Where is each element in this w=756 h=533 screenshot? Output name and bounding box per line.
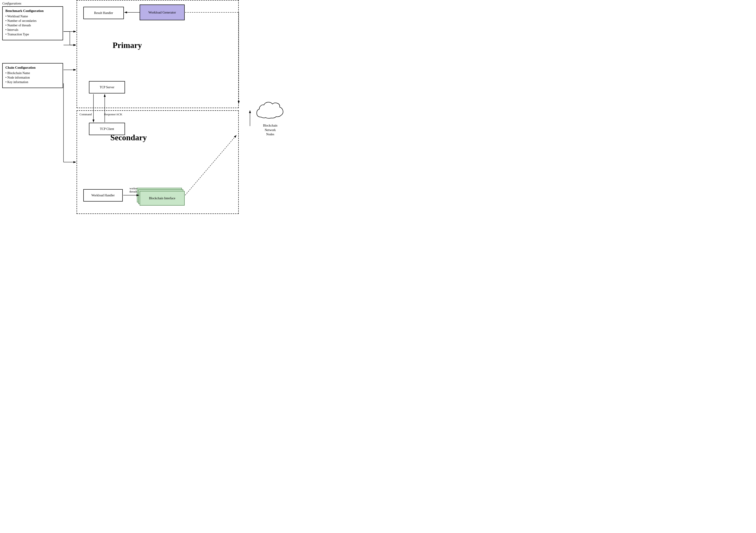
workload-handler-box: Workload Handler — [83, 189, 123, 201]
chain-item-2: Node information — [5, 76, 60, 79]
benchmark-item-1: Workload Name — [5, 14, 60, 18]
workload-handler-label: Workload Handler — [92, 194, 115, 197]
tcp-client-box: TCP Client — [89, 123, 125, 135]
tcp-server-box: TCP Server — [89, 81, 125, 93]
blockchain-interface-box: Blockchain Interface — [140, 191, 185, 205]
worker-threads-label: workerthreads — [126, 187, 140, 194]
workload-generator-box: Workload Generator — [140, 5, 185, 20]
chain-item-1: Blockchain Name — [5, 71, 60, 75]
chain-title: Chain Configuration — [5, 66, 60, 69]
result-handler-label: Result Handler — [94, 11, 113, 15]
cloud-icon — [255, 99, 286, 121]
chain-config-box: Chain Configuration Blockchain Name Node… — [2, 63, 63, 88]
response-label: Response/ACK — [104, 113, 122, 116]
blockchain-interface-label: Blockchain Interface — [149, 197, 176, 200]
cloud-container: BlockchainNetworkNodes — [250, 99, 290, 137]
benchmark-item-3: Number of threads — [5, 24, 60, 27]
benchmark-item-4: Intervals — [5, 28, 60, 32]
diagram-container: Configurations Benchmark Configuration W… — [0, 0, 302, 214]
chain-list: Blockchain Name Node information Key inf… — [5, 71, 60, 84]
result-handler-box: Result Handler — [83, 7, 124, 19]
tcp-server-label: TCP Server — [99, 86, 114, 89]
benchmark-title: Benchmark Configuration — [5, 9, 60, 13]
benchmark-list: Workload Name Number of secondaries Numb… — [5, 14, 60, 36]
tcp-client-label: TCP Client — [100, 127, 114, 131]
workload-generator-label: Workload Generator — [148, 11, 176, 14]
blockchain-network-label: BlockchainNetworkNodes — [250, 123, 290, 137]
primary-label: Primary — [113, 40, 142, 50]
benchmark-item-5: Transaction Type — [5, 33, 60, 36]
benchmark-config-box: Benchmark Configuration Workload Name Nu… — [2, 6, 63, 40]
chain-item-3: Key information — [5, 80, 60, 84]
benchmark-item-2: Number of secondaries — [5, 19, 60, 23]
command-label: Command — [79, 113, 92, 116]
configurations-label: Configurations — [2, 2, 21, 5]
